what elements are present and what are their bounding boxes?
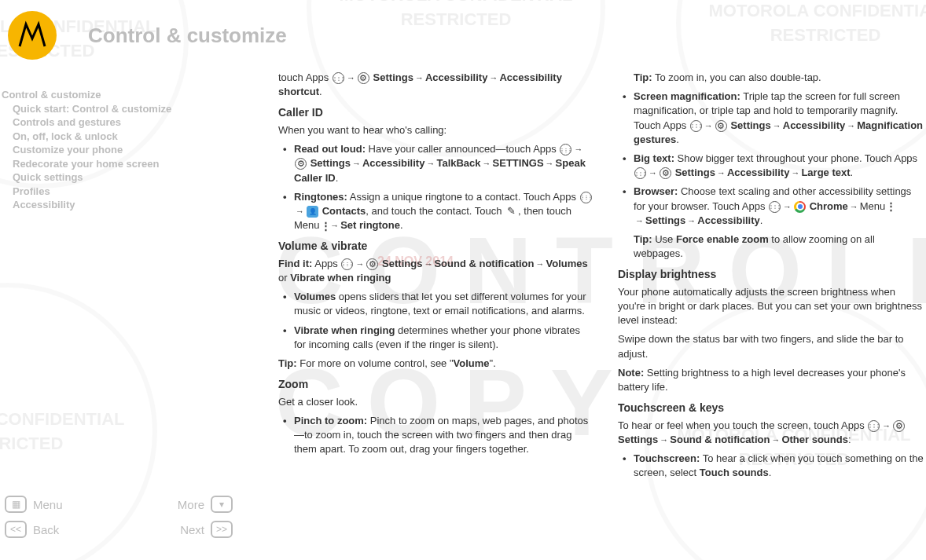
gear-icon xyxy=(893,420,905,432)
intro-paragraph: touch Apps → Settings→Accessibility→Acce… xyxy=(278,71,593,99)
back-icon: << xyxy=(5,521,27,538)
touchscreen-heading: Touchscreen & keys xyxy=(618,401,924,416)
volume-tip: Tip: For more on volume control, see "Vo… xyxy=(278,357,593,371)
chrome-icon xyxy=(794,201,806,213)
gear-icon xyxy=(295,158,307,170)
touchscreen-item: Touchscreen: To hear a click when you to… xyxy=(618,452,924,480)
menu-button[interactable]: ▦ Menu xyxy=(5,496,63,513)
volumes-item: Volumes opens sliders that let you set d… xyxy=(278,290,593,318)
display-brightness-p2: Swipe down the status bar with two finge… xyxy=(618,332,924,361)
apps-icon xyxy=(333,72,344,84)
apps-icon xyxy=(560,144,571,156)
footer-nav: ▦ Menu More ▾ << Back Next >> xyxy=(5,496,241,546)
next-label: Next xyxy=(180,522,204,538)
pencil-icon xyxy=(505,206,517,218)
display-brightness-heading: Display brightness xyxy=(618,267,924,283)
back-label: Back xyxy=(33,522,59,538)
more-label: More xyxy=(178,496,204,513)
zoom-heading: Zoom xyxy=(278,377,593,393)
apps-icon xyxy=(634,167,646,179)
gear-icon xyxy=(715,120,727,132)
ringtones-item: Ringtones: Assign a unique ringtone to a… xyxy=(278,190,593,233)
sidebar-item[interactable]: Quick settings xyxy=(0,170,236,185)
sidebar-item[interactable]: Profiles xyxy=(0,185,236,199)
sidebar-item[interactable]: Control & customize xyxy=(0,88,236,102)
big-text-item: Big text: Show bigger text throughout yo… xyxy=(618,152,924,180)
sidebar-item[interactable]: Accessibility xyxy=(0,198,236,212)
apps-icon xyxy=(580,192,592,203)
more-icon: ▾ xyxy=(211,496,233,513)
motorola-logo xyxy=(8,11,57,60)
content-column-2: Tip: To zoom in, you can also double-tap… xyxy=(618,71,924,485)
read-out-loud-item: Read out loud: Have your caller announce… xyxy=(278,142,593,185)
contacts-icon: 👤 xyxy=(307,206,318,218)
browser-item: Browser: Choose text scaling and other a… xyxy=(618,185,924,261)
volume-heading: Volume & vibrate xyxy=(278,239,593,254)
volume-findit: Find it: Apps → Settings→Sound & notific… xyxy=(278,257,593,285)
content-column-1: touch Apps → Settings→Accessibility→Acce… xyxy=(278,71,593,462)
more-button[interactable]: More ▾ xyxy=(178,496,233,513)
vibrate-item: Vibrate when ringing determines whether … xyxy=(278,324,593,352)
menu-icon: ▦ xyxy=(5,496,27,513)
zoom-tip: Tip: To zoom in, you can also double-tap… xyxy=(618,71,924,85)
sidebar-item[interactable]: Controls and gestures xyxy=(0,115,236,130)
sidebar-nav: Control & customize Quick start: Control… xyxy=(0,88,236,212)
apps-icon xyxy=(341,258,353,270)
pinch-zoom-item: Pinch to zoom: Pinch to zoom on maps, we… xyxy=(278,414,593,457)
apps-icon xyxy=(868,420,880,432)
caller-id-heading: Caller ID xyxy=(278,105,593,121)
page-title: Control & customize xyxy=(88,21,287,49)
sidebar-item[interactable]: On, off, lock & unlock xyxy=(0,130,236,144)
next-button[interactable]: Next >> xyxy=(180,521,233,538)
gear-icon xyxy=(366,258,378,270)
screen-magnification-item: Screen magnification: Triple tap the scr… xyxy=(618,90,924,147)
menu-dots-icon xyxy=(889,201,894,213)
sidebar-item[interactable]: Quick start: Control & customize xyxy=(0,102,236,116)
menu-label: Menu xyxy=(33,496,63,513)
back-button[interactable]: << Back xyxy=(5,521,59,538)
zoom-intro: Get a closer look. xyxy=(278,395,593,409)
gear-icon xyxy=(358,72,369,84)
sidebar-item[interactable]: Redecorate your home screen xyxy=(0,157,236,171)
display-brightness-p1: Your phone automatically adjusts the scr… xyxy=(618,285,924,328)
next-icon: >> xyxy=(211,521,233,538)
display-brightness-note: Note: Setting brightness to a high level… xyxy=(618,366,924,394)
menu-dots-icon xyxy=(323,220,328,232)
touchscreen-intro: To hear or feel when you touch the scree… xyxy=(618,419,924,447)
apps-icon xyxy=(769,201,781,213)
sidebar-item[interactable]: Customize your phone xyxy=(0,143,236,157)
gear-icon xyxy=(660,167,671,179)
apps-icon xyxy=(690,120,702,132)
caller-id-intro: When you want to hear who's calling: xyxy=(278,123,593,137)
